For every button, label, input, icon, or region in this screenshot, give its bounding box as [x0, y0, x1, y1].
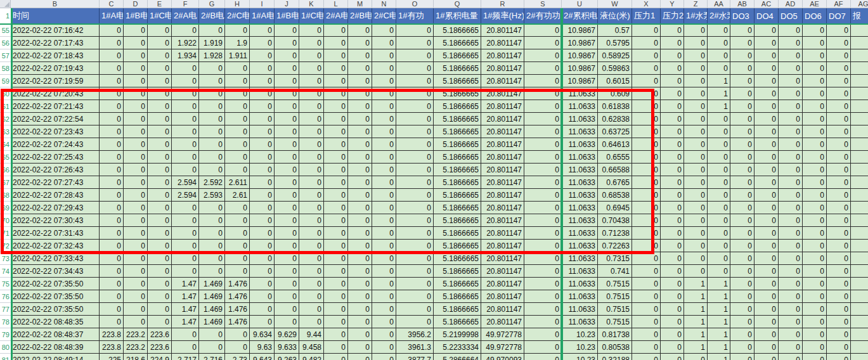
- data-cell[interactable]: 0: [148, 49, 172, 62]
- data-cell[interactable]: 0: [199, 265, 225, 278]
- column-title-cell[interactable]: 2#B电: [348, 8, 372, 24]
- data-cell[interactable]: 0: [124, 252, 148, 265]
- data-cell[interactable]: 0: [708, 125, 730, 138]
- data-cell[interactable]: [851, 75, 868, 87]
- data-cell[interactable]: 0: [755, 316, 779, 328]
- data-cell[interactable]: 0: [730, 62, 755, 75]
- data-cell[interactable]: 0: [396, 265, 434, 278]
- data-cell[interactable]: 0: [827, 227, 851, 240]
- data-cell[interactable]: 0: [755, 265, 779, 278]
- data-cell[interactable]: 0: [779, 227, 803, 240]
- data-cell[interactable]: [851, 290, 868, 303]
- data-cell[interactable]: 0: [755, 113, 779, 125]
- data-cell[interactable]: 0: [100, 37, 124, 49]
- data-cell[interactable]: 0: [779, 125, 803, 138]
- data-cell[interactable]: 2.73: [225, 354, 250, 360]
- time-cell[interactable]: 2022-02-22 07:35:50: [11, 278, 100, 290]
- data-cell[interactable]: 0: [324, 49, 348, 62]
- data-cell[interactable]: 0: [299, 316, 324, 328]
- data-cell[interactable]: 0: [708, 113, 730, 125]
- data-cell[interactable]: 0: [524, 303, 562, 316]
- data-cell[interactable]: 0: [524, 75, 562, 87]
- column-title-cell[interactable]: 1#有功: [396, 8, 434, 24]
- column-header-AD[interactable]: AD: [779, 0, 803, 8]
- column-header-C[interactable]: C: [100, 0, 124, 8]
- time-cell[interactable]: 2022-02-22 07:35:50: [11, 290, 100, 303]
- data-cell[interactable]: 0: [275, 316, 299, 328]
- data-cell[interactable]: 0: [275, 290, 299, 303]
- data-cell[interactable]: 0: [524, 49, 562, 62]
- data-cell[interactable]: 3877.7: [396, 354, 434, 360]
- data-cell[interactable]: 0: [348, 49, 372, 62]
- data-cell[interactable]: 0: [148, 75, 172, 87]
- data-cell[interactable]: 0: [684, 354, 708, 360]
- column-header-W[interactable]: W: [598, 0, 632, 8]
- data-cell[interactable]: 1.919: [199, 37, 225, 49]
- data-cell[interactable]: 1.47: [172, 290, 199, 303]
- data-cell[interactable]: 1.476: [225, 316, 250, 328]
- data-cell[interactable]: 9.629: [275, 328, 299, 341]
- data-cell[interactable]: 0: [708, 252, 730, 265]
- data-cell[interactable]: 0: [348, 328, 372, 341]
- data-cell[interactable]: 0: [299, 62, 324, 75]
- row-header[interactable]: 79: [0, 328, 11, 341]
- column-title-cell[interactable]: DO4: [755, 8, 779, 24]
- data-cell[interactable]: 0: [755, 37, 779, 49]
- data-cell[interactable]: 1: [708, 328, 730, 341]
- data-cell[interactable]: [851, 303, 868, 316]
- column-title-cell[interactable]: DO6: [803, 8, 827, 24]
- data-cell[interactable]: 3961.3: [396, 341, 434, 354]
- column-header-O[interactable]: O: [396, 0, 434, 8]
- column-title-cell[interactable]: 2#A电: [324, 8, 348, 24]
- data-cell[interactable]: 0: [779, 189, 803, 202]
- data-cell[interactable]: 0: [250, 37, 275, 49]
- data-cell[interactable]: 0.741: [598, 265, 632, 278]
- data-cell[interactable]: [851, 341, 868, 354]
- data-cell[interactable]: 5.1866665: [434, 278, 481, 290]
- data-cell[interactable]: 9.482: [299, 354, 324, 360]
- data-cell[interactable]: 0: [684, 214, 708, 227]
- data-cell[interactable]: [851, 100, 868, 113]
- data-cell[interactable]: [851, 252, 868, 265]
- data-cell[interactable]: 0: [708, 227, 730, 240]
- data-cell[interactable]: [851, 316, 868, 328]
- data-cell[interactable]: 0: [524, 278, 562, 290]
- data-cell[interactable]: 0: [827, 164, 851, 176]
- data-cell[interactable]: 0: [779, 138, 803, 151]
- data-cell[interactable]: 0: [275, 265, 299, 278]
- data-cell[interactable]: 0: [803, 113, 827, 125]
- data-cell[interactable]: [851, 49, 868, 62]
- data-cell[interactable]: 0: [250, 290, 275, 303]
- data-cell[interactable]: 5.1866665: [434, 49, 481, 62]
- data-cell[interactable]: 0.32188: [598, 354, 632, 360]
- data-cell[interactable]: 0: [299, 303, 324, 316]
- data-cell[interactable]: 0: [827, 316, 851, 328]
- data-cell[interactable]: 0: [172, 24, 199, 37]
- data-cell[interactable]: 0: [148, 24, 172, 37]
- data-cell[interactable]: 0: [827, 252, 851, 265]
- row-header[interactable]: 55: [0, 24, 11, 37]
- data-cell[interactable]: 0: [372, 24, 396, 37]
- data-cell[interactable]: 1: [684, 278, 708, 290]
- data-cell[interactable]: 20.801147: [481, 62, 524, 75]
- row-header[interactable]: 59: [0, 75, 11, 87]
- column-header-M[interactable]: M: [348, 0, 372, 8]
- data-cell[interactable]: 0: [661, 227, 684, 240]
- data-cell[interactable]: 0: [755, 87, 779, 100]
- data-cell[interactable]: 9.643: [250, 354, 275, 360]
- data-cell[interactable]: 0: [827, 75, 851, 87]
- data-cell[interactable]: 0: [803, 151, 827, 164]
- row-header[interactable]: 73: [0, 252, 11, 265]
- data-cell[interactable]: [851, 227, 868, 240]
- data-cell[interactable]: 0: [684, 189, 708, 202]
- data-cell[interactable]: 0.81738: [598, 328, 632, 341]
- data-cell[interactable]: 0: [100, 49, 124, 62]
- data-cell[interactable]: 0: [803, 49, 827, 62]
- data-cell[interactable]: 0: [661, 316, 684, 328]
- data-cell[interactable]: 0: [755, 252, 779, 265]
- data-cell[interactable]: 0: [324, 252, 348, 265]
- data-cell[interactable]: 0: [372, 75, 396, 87]
- data-cell[interactable]: 20.801147: [481, 265, 524, 278]
- data-cell[interactable]: 0: [348, 75, 372, 87]
- data-cell[interactable]: 49.972778: [481, 341, 524, 354]
